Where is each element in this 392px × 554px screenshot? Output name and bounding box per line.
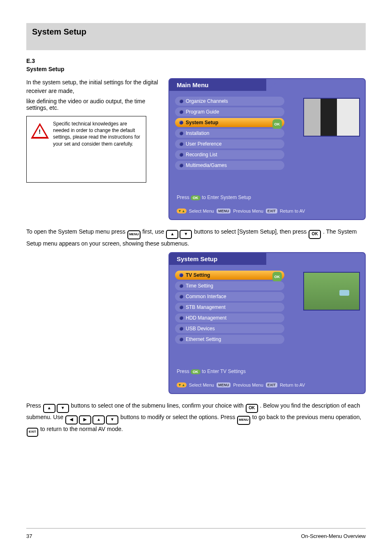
intro-text-2: like defining the video or audio output,… bbox=[26, 98, 160, 111]
hint-text: to Enter System Setup bbox=[202, 195, 251, 200]
page-banner: System Setup bbox=[26, 23, 366, 50]
menu-item-label: Recording List bbox=[186, 152, 217, 158]
warning-box: ! Specific technical knowledges are need… bbox=[26, 116, 146, 183]
menu-item-multimedia-games[interactable]: Multimedia/Games bbox=[175, 161, 284, 170]
step-text: Press bbox=[26, 402, 41, 409]
footer-text: Select Menu bbox=[189, 382, 214, 387]
step-text: Press bbox=[221, 414, 235, 420]
footer-text: Select Menu bbox=[189, 209, 214, 213]
submenu-item-label: Time Setting bbox=[186, 283, 213, 289]
step-text: to return to the normal AV mode. bbox=[40, 426, 123, 432]
section-heading: E.3 System Setup bbox=[26, 58, 366, 72]
ok-icon: OK bbox=[191, 369, 201, 374]
down-key-icon: ▼ bbox=[57, 404, 69, 413]
menu-item-label: Organize Channels bbox=[186, 98, 228, 104]
hint-text: to Enter TV Settings bbox=[202, 369, 246, 374]
section-title: System Setup bbox=[26, 66, 366, 72]
step-text: buttons to select [System Setup], then p… bbox=[194, 228, 307, 235]
menu-item-label: User Preference bbox=[186, 141, 221, 147]
submenu-item-ethernet-setting[interactable]: Ethernet Setting bbox=[175, 335, 284, 344]
submenu-item-label: HDD Management bbox=[186, 315, 226, 321]
menu-badge: MENU bbox=[217, 382, 231, 387]
submenu-item-label: Ethernet Setting bbox=[186, 336, 221, 342]
intro-text-1: In the system setup, the initial setting… bbox=[26, 78, 160, 95]
ok-key-icon: OK bbox=[246, 404, 258, 413]
system-setup-screenshot: System Setup TV SettingOK Time Setting C… bbox=[168, 252, 366, 394]
right-key-icon: ▶ bbox=[79, 415, 91, 424]
submenu-item-tv-setting[interactable]: TV SettingOK bbox=[175, 271, 284, 280]
exit-key-icon: EXIT bbox=[27, 428, 38, 437]
system-setup-hint: Press OK to Enter TV Settings bbox=[177, 369, 246, 374]
instruction-step-2: Press ▲ ▼ buttons to select one of the s… bbox=[26, 401, 366, 437]
exit-badge: EXIT bbox=[266, 382, 277, 387]
menu-item-recording-list[interactable]: Recording List bbox=[175, 150, 284, 159]
section-number: E.3 bbox=[26, 58, 35, 64]
menu-badge: MENU bbox=[217, 209, 231, 213]
menu-item-system-setup[interactable]: System SetupOK bbox=[175, 118, 284, 127]
main-menu-footer: ▼▲ Select Menu MENU Previous Menu EXIT R… bbox=[177, 209, 305, 213]
exit-badge: EXIT bbox=[266, 209, 277, 213]
ok-icon: OK bbox=[191, 195, 201, 200]
footer-text: Previous Menu bbox=[233, 209, 263, 213]
submenu-item-label: Common Interface bbox=[186, 294, 226, 299]
page-number: 37 bbox=[26, 533, 32, 539]
menu-item-organize-channels[interactable]: Organize Channels bbox=[175, 97, 284, 106]
warning-text: Specific technical knowledges are needed… bbox=[53, 121, 142, 147]
menu-item-label: Program Guide bbox=[186, 109, 219, 115]
step-text: to go back to the previous menu operatio… bbox=[252, 414, 361, 420]
footer-text: Return to AV bbox=[280, 382, 305, 387]
step-text: buttons to select one of the submenu lin… bbox=[71, 402, 244, 409]
menu-item-installation[interactable]: Installation bbox=[175, 129, 284, 138]
menu-item-label: System Setup bbox=[186, 120, 218, 125]
down-key-icon: ▼ bbox=[180, 230, 192, 239]
submenu-item-stb-management[interactable]: STB Management bbox=[175, 303, 284, 312]
submenu-item-common-interface[interactable]: Common Interface bbox=[175, 292, 284, 301]
menu-key-icon: MENU bbox=[127, 230, 141, 239]
instruction-step-1: To open the System Setup menu press MENU… bbox=[26, 227, 366, 248]
submenu-item-time-setting[interactable]: Time Setting bbox=[175, 281, 284, 290]
main-menu-title: Main Menu bbox=[169, 79, 266, 91]
car-icon bbox=[339, 290, 349, 296]
up-key-icon: ▲ bbox=[92, 415, 105, 424]
up-key-icon: ▲ bbox=[166, 230, 178, 239]
submenu-item-label: USB Devices bbox=[186, 326, 215, 331]
hint-text: Press bbox=[177, 369, 189, 374]
menu-item-label: Multimedia/Games bbox=[186, 162, 227, 168]
ok-badge: OK bbox=[272, 272, 282, 282]
step-text: buttons to modify or select the options. bbox=[120, 414, 219, 420]
ok-badge: OK bbox=[272, 119, 282, 129]
system-setup-footer: ▼▲ Select Menu MENU Previous Menu EXIT R… bbox=[177, 382, 305, 387]
up-key-icon: ▲ bbox=[43, 404, 55, 413]
down-key-icon: ▼ bbox=[106, 415, 118, 424]
system-setup-title: System Setup bbox=[169, 253, 266, 265]
footer-text: Previous Menu bbox=[233, 382, 263, 387]
hint-text: Press bbox=[177, 195, 189, 200]
footer-text: Return to AV bbox=[280, 209, 305, 213]
updown-badge: ▼▲ bbox=[177, 382, 187, 387]
submenu-item-usb-devices[interactable]: USB Devices bbox=[175, 324, 284, 333]
submenu-item-label: TV Setting bbox=[186, 272, 210, 278]
page-label: On-Screen-Menu Overview bbox=[301, 533, 366, 539]
main-menu-screenshot: Main Menu Organize Channels Program Guid… bbox=[168, 78, 366, 220]
main-menu-hint: Press OK to Enter System Setup bbox=[177, 195, 251, 200]
step-text: first, use bbox=[143, 228, 164, 235]
submenu-item-label: STB Management bbox=[186, 304, 226, 310]
menu-item-user-preference[interactable]: User Preference bbox=[175, 139, 284, 148]
menu-key-icon: MENU bbox=[237, 416, 250, 425]
ok-key-icon: OK bbox=[309, 230, 321, 239]
step-text: To open the System Setup menu press bbox=[26, 228, 125, 235]
video-preview bbox=[303, 98, 360, 137]
footer-rule bbox=[26, 528, 366, 529]
warning-icon: ! bbox=[31, 123, 49, 139]
menu-item-label: Installation bbox=[186, 130, 209, 136]
video-preview bbox=[303, 272, 360, 311]
left-key-icon: ◀ bbox=[65, 415, 78, 424]
submenu-item-hdd-management[interactable]: HDD Management bbox=[175, 313, 284, 322]
menu-item-program-guide[interactable]: Program Guide bbox=[175, 107, 284, 116]
updown-badge: ▼▲ bbox=[177, 209, 187, 213]
